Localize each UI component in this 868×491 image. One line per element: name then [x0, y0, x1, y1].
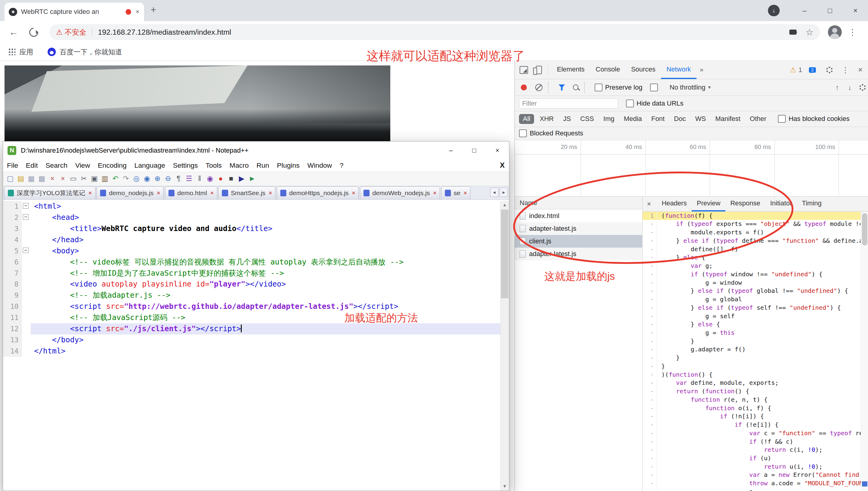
stop-macro-icon[interactable]: ■	[226, 174, 236, 184]
close-detail-icon[interactable]: ×	[647, 200, 651, 208]
zoom-in-icon[interactable]: ⊕	[153, 174, 162, 184]
browser-menu-icon[interactable]: ⋮	[848, 27, 857, 37]
scroll-up-icon[interactable]: ▲	[501, 201, 509, 209]
menu-close-button[interactable]: X	[500, 161, 504, 170]
resource-type-chip[interactable]: All	[519, 114, 534, 124]
preview-code-line[interactable]: - } else {	[643, 320, 861, 329]
fold-margin[interactable]	[22, 246, 31, 257]
fold-margin[interactable]	[22, 279, 31, 290]
preview-code-line[interactable]: - } else {	[643, 253, 861, 262]
menu-item[interactable]: ?	[336, 161, 347, 170]
request-row[interactable]: adapter-latest.js	[515, 222, 642, 235]
preview-code-line[interactable]: - g.adapter = f()	[643, 345, 861, 354]
save-icon[interactable]: ▦	[26, 174, 36, 184]
preview-code-line[interactable]: - g = global	[643, 295, 861, 304]
resource-type-chip[interactable]: WS	[691, 114, 710, 124]
more-tabs-icon[interactable]: »	[696, 66, 707, 74]
menu-item[interactable]: Window	[304, 161, 336, 170]
devtools-settings-icon[interactable]	[826, 67, 833, 73]
editor-line[interactable]: 7 <!-- 增加ID是为了在JavaScript中更好的捕获这个标签 -->	[3, 268, 500, 279]
print-icon[interactable]: ▭	[68, 174, 79, 184]
preview-code-line[interactable]: - } else if (typeof self !== "undefined"…	[643, 304, 861, 312]
fold-margin[interactable]	[22, 290, 31, 301]
find-icon[interactable]: ◎	[131, 174, 141, 184]
inspect-element-icon[interactable]	[520, 66, 528, 74]
tab-scroll-right-icon[interactable]: ▸	[500, 187, 508, 197]
editor-line[interactable]: 8 <video autoplay playsinline id="player…	[3, 279, 500, 290]
document-tab[interactable]: SmartSee.js ×	[218, 186, 276, 199]
bookmark-apps-label[interactable]: 应用	[19, 47, 33, 57]
menu-item[interactable]: Language	[130, 161, 169, 170]
preview-code-line[interactable]: - g = self	[643, 312, 861, 321]
camera-in-use-icon[interactable]	[789, 30, 797, 35]
open-folder-icon[interactable]: ▤	[16, 174, 26, 184]
issues-bubble-icon[interactable]: 2	[809, 67, 816, 73]
preview-code-pane[interactable]: 1 (function(f) { - if (typeof exports ==…	[643, 212, 868, 491]
menu-item[interactable]: Plugins	[273, 161, 304, 170]
export-har-icon[interactable]: ↓	[848, 83, 851, 92]
detail-tab[interactable]: Response	[725, 197, 765, 211]
fold-margin[interactable]	[22, 201, 31, 212]
scroll-down-icon[interactable]: ▼	[501, 482, 509, 491]
resource-type-chip[interactable]: Other	[746, 114, 770, 124]
devtools-close-icon[interactable]: ×	[858, 65, 863, 74]
menu-item[interactable]: Edit	[22, 161, 41, 170]
npp-close-button[interactable]: ×	[486, 141, 509, 159]
devtools-tab[interactable]: Network	[661, 61, 696, 79]
fold-margin[interactable]	[22, 335, 31, 346]
document-tab-close-icon[interactable]: ×	[157, 190, 160, 196]
document-tab[interactable]: demo_nodejs.js ×	[96, 186, 164, 199]
editor-line[interactable]: 5 <body>	[3, 246, 500, 257]
device-toolbar-icon[interactable]	[536, 66, 542, 74]
new-tab-button[interactable]: +	[151, 4, 156, 16]
devtools-menu-icon[interactable]: ⋮	[841, 65, 849, 75]
url-text[interactable]: 192.168.27.128/mediastream/index.html	[98, 28, 789, 36]
preview-code-line[interactable]: - return u(i, !0);	[643, 463, 861, 471]
preview-code-line[interactable]: - } else if (typeof define === "function…	[643, 237, 861, 245]
preview-code-line[interactable]: - function o(i, f) {	[643, 404, 861, 412]
preview-code-line[interactable]: - var g;	[643, 262, 861, 270]
preview-code-line[interactable]: - if (!e[i]) {	[643, 421, 861, 429]
menu-item[interactable]: Run	[253, 161, 273, 170]
detail-tab[interactable]: Timing	[797, 197, 827, 211]
detail-tab[interactable]: Headers	[657, 197, 692, 211]
show-symbols-icon[interactable]: ☰	[184, 174, 194, 184]
document-tab[interactable]: demo.html ×	[165, 186, 217, 199]
profile-avatar[interactable]	[828, 25, 842, 39]
warning-badge-icon[interactable]: ⚠	[790, 66, 796, 74]
preview-code-line[interactable]: - a	[643, 488, 861, 491]
menu-item[interactable]: Settings	[169, 161, 202, 170]
reload-icon[interactable]	[27, 26, 40, 38]
omnibox[interactable]: ⚠ 不安全 192.168.27.128/mediastream/index.h…	[50, 24, 820, 40]
window-maximize-button[interactable]: □	[817, 0, 843, 21]
checkbox-icon[interactable]	[519, 129, 527, 137]
document-tab-close-icon[interactable]: ×	[210, 190, 214, 196]
resource-type-chip[interactable]: Manifest	[711, 114, 744, 124]
replace-icon[interactable]: ◉	[142, 174, 152, 184]
menu-item[interactable]: File	[3, 161, 22, 170]
devtools-tab[interactable]: Console	[590, 61, 626, 79]
preview-code-line[interactable]: - if (typeof window !== "undefined") {	[643, 270, 861, 279]
menu-item[interactable]: Tools	[202, 161, 225, 170]
document-tab[interactable]: se ×	[441, 186, 470, 199]
record-network-log-icon[interactable]	[521, 84, 527, 90]
code-editor[interactable]: 1 <html> 2 <head> 3 <title>WebRTC captur…	[3, 201, 500, 491]
devtools-tab[interactable]: Sources	[626, 61, 661, 79]
preview-code-line[interactable]: - } else if (typeof global !== "undefine…	[643, 287, 861, 295]
preview-code-line[interactable]: - return c(i, !0);	[643, 446, 861, 454]
editor-line[interactable]: 14 </html>	[3, 346, 500, 357]
bookmark-star-icon[interactable]: ☆	[806, 27, 813, 37]
has-blocked-cookies-checkbox[interactable]: Has blocked cookies	[778, 115, 849, 123]
editor-line[interactable]: 12 <script src="./js/client.js"></script…	[3, 323, 500, 335]
editor-line[interactable]: 4 </head>	[3, 234, 500, 246]
document-tab-close-icon[interactable]: ×	[89, 190, 92, 196]
new-file-icon[interactable]: ▢	[5, 174, 16, 184]
editor-line[interactable]: 13 </body>	[3, 335, 500, 346]
preview-code-line[interactable]: 1 (function(f) {	[643, 212, 861, 220]
resource-type-chip[interactable]: JS	[559, 114, 575, 124]
request-row[interactable]: index.html	[515, 209, 642, 222]
copy-icon[interactable]: ▣	[90, 174, 99, 184]
zoom-out-icon[interactable]: ⊖	[163, 174, 173, 184]
save-all-icon[interactable]: ▩	[37, 174, 47, 184]
fold-margin[interactable]	[22, 312, 31, 323]
